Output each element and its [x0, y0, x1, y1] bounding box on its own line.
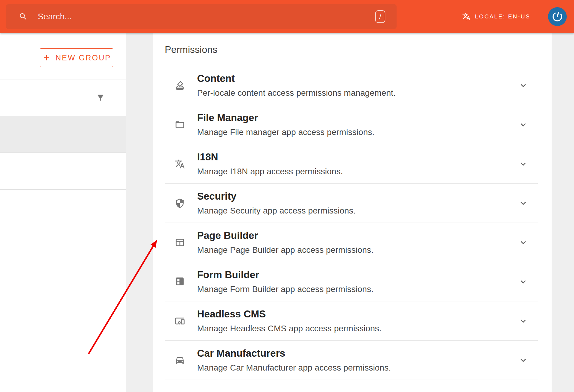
permission-title: File Manager — [197, 112, 375, 123]
permission-text: Form Builder Manage Form Builder app acc… — [197, 269, 374, 294]
permission-description: Manage Headless CMS app access permissio… — [197, 324, 381, 333]
permission-text: Car Manufacturers Manage Car Manufacture… — [197, 348, 391, 373]
permission-section-row[interactable]: Page Builder Manage Page Builder app acc… — [153, 223, 552, 262]
user-avatar[interactable] — [548, 7, 567, 26]
chevron-down-icon[interactable] — [518, 159, 528, 169]
locale-menu-button[interactable]: LOCALE: EN-US — [462, 12, 530, 21]
permission-text: Page Builder Manage Page Builder app acc… — [197, 230, 374, 255]
group-list-item[interactable] — [0, 153, 126, 190]
list-filter-bar — [0, 79, 126, 116]
security-shield-icon — [175, 198, 185, 208]
permission-section-row[interactable]: Car Manufacturers Manage Car Manufacture… — [153, 341, 552, 380]
permission-title: Security — [197, 191, 355, 202]
chevron-down-icon[interactable] — [518, 277, 528, 287]
page-title: Permissions — [153, 33, 552, 66]
permission-description: Manage Security app access permissions. — [197, 206, 355, 216]
permission-description: Manage Car Manufacturer app access permi… — [197, 363, 391, 373]
permission-section-row[interactable]: Headless CMS Manage Headless CMS app acc… — [153, 301, 552, 341]
top-app-bar: / LOCALE: EN-US — [0, 0, 574, 33]
permission-text: Content Per-locale content access permis… — [197, 73, 396, 98]
permission-text: Security Manage Security app access perm… — [197, 191, 355, 216]
translate-icon — [175, 159, 185, 169]
new-group-label: NEW GROUP — [56, 53, 111, 62]
permission-title: Page Builder — [197, 230, 374, 241]
permission-title: Form Builder — [197, 269, 374, 280]
chevron-down-icon[interactable] — [518, 80, 528, 91]
new-group-button[interactable]: NEW GROUP — [40, 48, 113, 67]
power-glyph-icon — [550, 9, 565, 24]
filter-icon[interactable] — [96, 93, 105, 102]
permission-description: Manage I18N app access permissions. — [197, 167, 343, 176]
permission-text: Headless CMS Manage Headless CMS app acc… — [197, 309, 381, 333]
layout-icon — [175, 237, 185, 248]
permission-section-row[interactable]: Form Builder Manage Form Builder app acc… — [153, 262, 552, 301]
translate-icon — [462, 12, 471, 21]
devices-icon — [175, 316, 185, 326]
permission-section-row[interactable]: Security Manage Security app access perm… — [153, 184, 552, 223]
chevron-down-icon[interactable] — [518, 120, 528, 130]
ballot-icon — [175, 277, 185, 287]
plus-icon — [42, 53, 51, 62]
topbar-right-group: LOCALE: EN-US — [462, 0, 567, 33]
chevron-down-icon[interactable] — [518, 237, 528, 248]
permission-section-row[interactable]: I18N Manage I18N app access permissions. — [153, 144, 552, 184]
permission-title: Headless CMS — [197, 309, 381, 320]
group-list-item-selected[interactable] — [0, 116, 126, 153]
permission-text: File Manager Manage File manager app acc… — [197, 112, 375, 137]
sidebar-header: NEW GROUP — [0, 33, 126, 79]
chevron-down-icon[interactable] — [518, 198, 528, 208]
permission-description: Manage File manager app access permissio… — [197, 128, 375, 137]
search-icon — [19, 12, 28, 21]
permission-description: Per-locale content access permissions ma… — [197, 88, 396, 98]
permissions-panel: Permissions Content Per-locale content a… — [153, 33, 552, 392]
permission-text: I18N Manage I18N app access permissions. — [197, 152, 343, 176]
folder-icon — [175, 120, 185, 130]
chevron-down-icon[interactable] — [518, 355, 528, 365]
car-icon — [175, 355, 185, 365]
permission-section-row[interactable]: Content Per-locale content access permis… — [153, 66, 552, 105]
permission-title: Car Manufacturers — [197, 348, 391, 359]
permission-description: Manage Page Builder app access permissio… — [197, 246, 374, 255]
permissions-list: Content Per-locale content access permis… — [153, 66, 552, 380]
locale-label: LOCALE: EN-US — [475, 13, 530, 20]
chevron-down-icon[interactable] — [518, 316, 528, 326]
permission-description: Manage Form Builder app access permissio… — [197, 285, 374, 294]
permission-title: I18N — [197, 152, 343, 162]
search-input[interactable] — [38, 12, 375, 21]
groups-sidebar: NEW GROUP — [0, 33, 126, 392]
how-to-vote-icon — [175, 80, 185, 91]
slash-shortcut-badge: / — [375, 10, 385, 23]
permission-section-row[interactable]: File Manager Manage File manager app acc… — [153, 105, 552, 144]
search-bar[interactable]: / — [6, 4, 397, 29]
permission-title: Content — [197, 73, 396, 84]
